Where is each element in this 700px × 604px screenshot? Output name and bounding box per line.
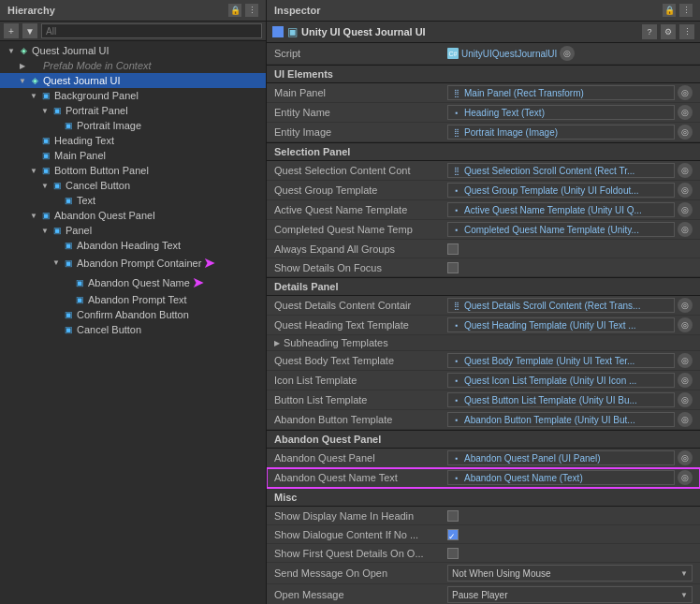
tree-item-portrait-panel[interactable]: ▼ ▣ Portrait Panel	[0, 103, 266, 118]
ref-abandon-quest-name-text[interactable]: ▪ Abandon Quest Name (Text)	[447, 470, 675, 485]
component-enable-checkbox[interactable]	[272, 26, 284, 37]
hierarchy-dropdown-btn[interactable]: ▼	[22, 23, 37, 38]
ref-button-list[interactable]: ▪ Quest Button List Template (Unity UI B…	[447, 392, 675, 407]
field-quest-selection-content[interactable]: Quest Selection Content Cont ⣿ Quest Sel…	[267, 161, 700, 181]
tree-item-portrait-image[interactable]: ▣ Portrait Image	[0, 118, 266, 133]
ref-quest-body[interactable]: ▪ Quest Body Template (Unity UI Text Ter…	[447, 353, 675, 368]
tree-item-quest-journal-ui[interactable]: ▼ ◈ Quest Journal UI	[0, 73, 266, 88]
checkbox-show-dialogue[interactable]: ✓	[447, 529, 459, 540]
field-completed-quest-name-label: Completed Quest Name Temp	[274, 224, 447, 235]
field-show-details[interactable]: Show Details On Focus	[267, 258, 700, 277]
target-btn-quest-details[interactable]: ◎	[678, 298, 693, 313]
tree-item-prefab-mode[interactable]: ▶ Prefab Mode in Context	[0, 58, 266, 73]
inspector-help-btn[interactable]: ?	[642, 24, 657, 39]
inspector-settings-btn[interactable]: ⚙	[661, 24, 676, 39]
target-btn-quest-heading[interactable]: ◎	[678, 317, 693, 332]
field-send-message[interactable]: Send Message On Open Not When Using Mous…	[267, 563, 700, 584]
tree-item-abandon-heading-text[interactable]: ▣ Abandon Heading Text	[0, 238, 266, 253]
ref-entity-image[interactable]: ⣿ Portrait Image (Image)	[447, 125, 675, 140]
field-entity-name[interactable]: Entity Name ▪ Heading Text (Text) ◎	[267, 103, 700, 123]
target-btn-abandon-button[interactable]: ◎	[678, 412, 693, 427]
tree-item-confirm-abandon-button[interactable]: ▣ Confirm Abandon Button	[0, 307, 266, 322]
ref-abandon-quest-panel[interactable]: ▪ Abandon Quest Panel (UI Panel)	[447, 450, 675, 465]
dropdown-open-message[interactable]: Pause Player ▼	[447, 586, 693, 603]
inspector-lock-btn[interactable]: 🔒	[663, 4, 676, 17]
target-btn-abandon-quest-name[interactable]: ◎	[678, 470, 693, 485]
field-show-dialogue-content[interactable]: Show Dialogue Content If No ... ✓	[267, 525, 700, 544]
target-btn-completed-quest[interactable]: ◎	[678, 222, 693, 237]
field-abandon-button-template[interactable]: Abandon Button Template ▪ Abandon Button…	[267, 410, 700, 430]
field-icon-list-template[interactable]: Icon List Template ▪ Quest Icon List Tem…	[267, 371, 700, 390]
tree-item-bottom-button-panel[interactable]: ▼ ▣ Bottom Button Panel	[0, 163, 266, 178]
field-open-message[interactable]: Open Message Pause Player ▼	[267, 584, 700, 604]
field-quest-heading-template[interactable]: Quest Heading Text Template ▪ Quest Head…	[267, 316, 700, 335]
target-btn-quest-group[interactable]: ◎	[678, 183, 693, 198]
ref-icon-list[interactable]: ▪ Quest Icon List Template (Unity UI Ico…	[447, 373, 675, 388]
label-quest-journal-ui: Quest Journal UI	[43, 75, 121, 86]
checkbox-show-first-quest[interactable]	[447, 548, 459, 559]
ref-completed-quest-name[interactable]: ▪ Completed Quest Name Template (Unity..…	[447, 222, 675, 237]
field-entity-image[interactable]: Entity Image ⣿ Portrait Image (Image) ◎	[267, 123, 700, 142]
field-abandon-quest-panel-field[interactable]: Abandon Quest Panel ▪ Abandon Quest Pane…	[267, 449, 700, 468]
field-completed-quest-name-template[interactable]: Completed Quest Name Temp ▪ Completed Qu…	[267, 220, 700, 240]
target-btn-main-panel[interactable]: ◎	[678, 85, 693, 100]
hierarchy-menu-btn[interactable]: ⋮	[245, 4, 258, 17]
tree-item-heading-text[interactable]: ▣ Heading Text	[0, 133, 266, 148]
hierarchy-search-input[interactable]	[41, 23, 262, 38]
field-active-quest-name-template[interactable]: Active Quest Name Template ▪ Active Ques…	[267, 200, 700, 220]
ref-main-panel[interactable]: ⣿ Main Panel (Rect Transform)	[447, 85, 675, 100]
tree-item-abandon-prompt-text[interactable]: ▣ Abandon Prompt Text	[0, 292, 266, 307]
tree-item-abandon-prompt-container[interactable]: ▼ ▣ Abandon Prompt Container ➤	[0, 253, 266, 273]
inspector-menu-btn-2[interactable]: ⋮	[679, 24, 694, 39]
ref-quest-heading[interactable]: ▪ Quest Heading Template (Unity UI Text …	[447, 317, 675, 332]
target-btn-quest-body[interactable]: ◎	[678, 353, 693, 368]
script-target-btn[interactable]: ◎	[560, 46, 575, 61]
field-abandon-quest-name-text[interactable]: Abandon Quest Name Text ▪ Abandon Quest …	[267, 468, 700, 488]
ref-entity-name[interactable]: ▪ Heading Text (Text)	[447, 105, 675, 120]
tree-item-abandon-quest-panel[interactable]: ▼ ▣ Abandon Quest Panel	[0, 208, 266, 223]
checkbox-show-details[interactable]	[447, 262, 459, 273]
ref-quest-group-template[interactable]: ▪ Quest Group Template (Unity UI Foldout…	[447, 183, 675, 198]
field-quest-details-content[interactable]: Quest Details Content Contair ⣿ Quest De…	[267, 296, 700, 316]
ref-abandon-button[interactable]: ▪ Abandon Button Template (Unity UI But.…	[447, 412, 675, 427]
field-button-list-template[interactable]: Button List Template ▪ Quest Button List…	[267, 390, 700, 410]
tree-item-background-panel[interactable]: ▼ ▣ Background Panel	[0, 88, 266, 103]
subheading-templates-row[interactable]: ▶ Subheading Templates	[267, 335, 700, 351]
ref-quest-selection-content[interactable]: ⣿ Quest Selection Scroll Content (Rect T…	[447, 163, 675, 178]
tree-item-cancel-button[interactable]: ▼ ▣ Cancel Button	[0, 178, 266, 193]
field-show-first-quest[interactable]: Show First Quest Details On O...	[267, 544, 700, 563]
dropdown-send-message[interactable]: Not When Using Mouse ▼	[447, 565, 693, 582]
tree-item-cancel-button-2[interactable]: ▣ Cancel Button	[0, 322, 266, 337]
field-always-expand[interactable]: Always Expand All Groups	[267, 240, 700, 258]
grid-icon-quest-details: ⣿	[452, 301, 461, 310]
checkbox-always-expand[interactable]	[447, 243, 459, 255]
hierarchy-add-btn[interactable]: +	[4, 23, 19, 38]
target-btn-entity-image[interactable]: ◎	[678, 125, 693, 140]
target-btn-active-quest[interactable]: ◎	[678, 202, 693, 217]
label-abandon-prompt-text: Abandon Prompt Text	[88, 294, 187, 305]
ref-quest-body-text: Quest Body Template (Unity UI Text Ter..…	[464, 356, 670, 366]
tree-item-panel[interactable]: ▼ ▣ Panel	[0, 223, 266, 238]
hierarchy-lock-btn[interactable]: 🔒	[228, 4, 241, 17]
doc-icon-completed-quest: ▪	[452, 225, 461, 234]
field-main-panel[interactable]: Main Panel ⣿ Main Panel (Rect Transform)…	[267, 83, 700, 103]
icon-background-panel: ▣	[39, 89, 52, 102]
field-quest-group-template[interactable]: Quest Group Template ▪ Quest Group Templ…	[267, 181, 700, 200]
target-btn-button-list[interactable]: ◎	[678, 392, 693, 407]
target-btn-icon-list[interactable]: ◎	[678, 373, 693, 388]
checkbox-show-display-name[interactable]	[447, 510, 459, 522]
inspector-menu-btn[interactable]: ⋮	[679, 4, 693, 17]
target-btn-quest-selection[interactable]: ◎	[678, 163, 693, 178]
tree-item-quest-journal-ui-root[interactable]: ▼ ◈ Quest Journal UI	[0, 43, 266, 58]
field-quest-body-text[interactable]: Quest Body Text Template ▪ Quest Body Te…	[267, 351, 700, 371]
field-show-display-name[interactable]: Show Display Name In Headin	[267, 507, 700, 525]
target-btn-entity-name[interactable]: ◎	[678, 105, 693, 120]
target-btn-abandon-quest-panel[interactable]: ◎	[678, 450, 693, 465]
tree-item-abandon-quest-name[interactable]: ▣ Abandon Quest Name ➤	[0, 273, 266, 292]
tree-item-main-panel[interactable]: ▣ Main Panel	[0, 148, 266, 163]
arrow-prefab-mode: ▶	[17, 60, 28, 71]
ref-quest-details-content[interactable]: ⣿ Quest Details Scroll Content (Rect Tra…	[447, 298, 675, 313]
ref-active-quest-name[interactable]: ▪ Active Quest Name Template (Unity UI Q…	[447, 202, 675, 217]
tree-item-text[interactable]: ▣ Text	[0, 193, 266, 208]
component-header: ▣ Unity UI Quest Journal UI ? ⚙ ⋮	[267, 22, 700, 43]
